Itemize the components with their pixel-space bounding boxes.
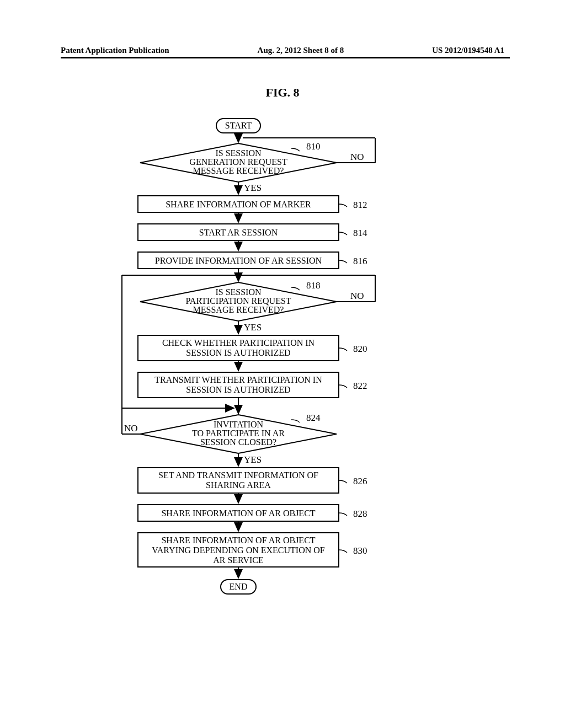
ref-814: 814 [353, 228, 367, 238]
svg-text:IS SESSION: IS SESSION [215, 287, 262, 297]
svg-text:TRANSMIT WHETHER PARTICIPATION: TRANSMIT WHETHER PARTICIPATION IN [154, 375, 322, 384]
no-824: NO [124, 423, 138, 433]
svg-text:END: END [230, 582, 248, 591]
process-828: SHARE INFORMATION OF AR OBJECT [138, 505, 339, 521]
svg-text:SHARE INFORMATION OF AR OBJECT: SHARE INFORMATION OF AR OBJECT [161, 536, 315, 545]
ref-818: 818 [306, 280, 321, 291]
svg-text:SHARING AREA: SHARING AREA [206, 480, 271, 490]
svg-text:PARTICIPATION REQUEST: PARTICIPATION REQUEST [185, 296, 291, 306]
svg-text:MESSAGE RECEIVED?: MESSAGE RECEIVED? [193, 305, 284, 314]
page-header: Patent Application Publication Aug. 2, 2… [0, 46, 565, 55]
svg-text:START: START [225, 121, 252, 130]
svg-text:IS SESSION: IS SESSION [215, 148, 262, 158]
no-810: NO [350, 152, 364, 162]
ref-820: 820 [353, 344, 367, 354]
svg-text:INVITATION: INVITATION [214, 420, 264, 429]
svg-text:SESSION IS AUTHORIZED: SESSION IS AUTHORIZED [186, 385, 290, 394]
process-820: CHECK WHETHER PARTICIPATION IN SESSION I… [138, 335, 339, 361]
header-left: Patent Application Publication [61, 46, 169, 55]
svg-text:SESSION CLOSED?: SESSION CLOSED? [200, 437, 276, 447]
process-816: PROVIDE INFORMATION OF AR SESSION [138, 252, 339, 269]
process-826: SET AND TRANSMIT INFORMATION OF SHARING … [138, 468, 339, 493]
svg-text:SHARE INFORMATION OF MARKER: SHARE INFORMATION OF MARKER [166, 200, 311, 209]
ref-812: 812 [353, 200, 367, 210]
flowchart-diagram: START IS SESSION GENERATION REQUEST MESS… [116, 116, 458, 673]
ref-828: 828 [353, 508, 367, 519]
process-812: SHARE INFORMATION OF MARKER [138, 196, 339, 212]
flowchart-svg: START IS SESSION GENERATION REQUEST MESS… [116, 116, 458, 673]
svg-text:PROVIDE INFORMATION OF AR SESS: PROVIDE INFORMATION OF AR SESSION [155, 256, 322, 265]
ref-824: 824 [306, 413, 321, 423]
ref-810: 810 [306, 141, 321, 152]
header-divider [61, 57, 510, 58]
yes-824: YES [244, 454, 262, 465]
svg-text:MESSAGE RECEIVED?: MESSAGE RECEIVED? [193, 166, 284, 175]
process-814: START AR SESSION [138, 224, 339, 240]
end-terminal: END [221, 580, 256, 594]
svg-text:CHECK WHETHER PARTICIPATION IN: CHECK WHETHER PARTICIPATION IN [162, 338, 315, 347]
svg-text:SET AND TRANSMIT INFORMATION O: SET AND TRANSMIT INFORMATION OF [158, 470, 318, 480]
no-818: NO [350, 291, 364, 301]
svg-text:SESSION IS AUTHORIZED: SESSION IS AUTHORIZED [186, 348, 290, 357]
ref-822: 822 [353, 381, 367, 391]
figure-title: FIG. 8 [0, 85, 565, 100]
start-terminal: START [216, 119, 260, 133]
svg-text:GENERATION REQUEST: GENERATION REQUEST [189, 157, 287, 167]
svg-text:TO PARTICIPATE IN AR: TO PARTICIPATE IN AR [192, 429, 285, 438]
header-right: US 2012/0194548 A1 [432, 46, 504, 55]
svg-text:VARYING DEPENDING ON EXECUTION: VARYING DEPENDING ON EXECUTION OF [152, 545, 325, 555]
process-830: SHARE INFORMATION OF AR OBJECT VARYING D… [138, 533, 339, 567]
yes-818: YES [244, 322, 262, 333]
header-center: Aug. 2, 2012 Sheet 8 of 8 [258, 46, 344, 55]
yes-810: YES [244, 183, 262, 193]
ref-830: 830 [353, 545, 367, 556]
process-822: TRANSMIT WHETHER PARTICIPATION IN SESSIO… [138, 372, 339, 398]
svg-text:SHARE INFORMATION OF AR OBJECT: SHARE INFORMATION OF AR OBJECT [161, 508, 315, 518]
ref-826: 826 [353, 476, 367, 486]
svg-text:START AR SESSION: START AR SESSION [199, 228, 278, 237]
ref-816: 816 [353, 256, 367, 266]
svg-text:AR SERVICE: AR SERVICE [213, 555, 264, 565]
